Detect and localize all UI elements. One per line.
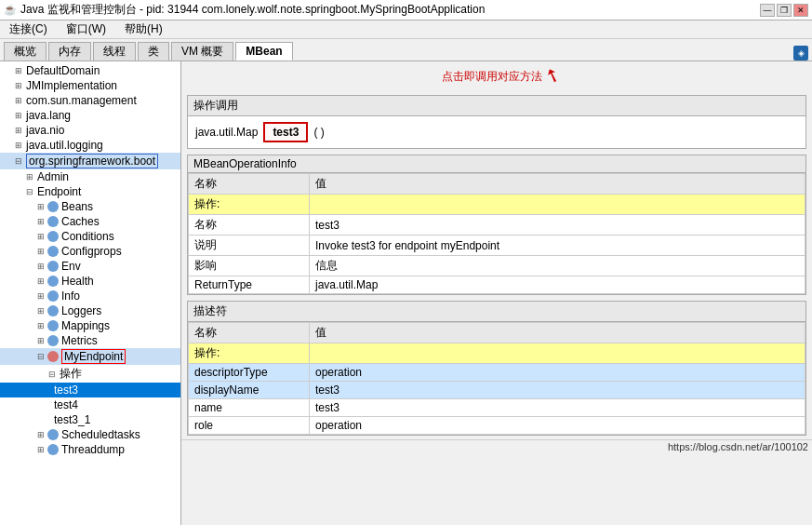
tree-item-health[interactable]: ⊞ Health xyxy=(0,274,180,289)
expand-icon: ⊞ xyxy=(35,429,47,440)
menu-help[interactable]: 帮助(H) xyxy=(119,21,168,37)
tree-label: Conditions xyxy=(61,230,114,243)
row-value: test3 xyxy=(310,215,805,236)
tree-item-springframework[interactable]: ⊟ org.springframework.boot xyxy=(0,153,180,169)
ops-section: 操作调用 java.util.Map test3 ( ) xyxy=(187,95,806,149)
row-value: java.util.Map xyxy=(310,276,805,294)
status-url: https://blog.csdn.net/ar/100102 xyxy=(668,441,808,452)
expand-icon: ⊟ xyxy=(24,186,35,197)
tree-item-test4[interactable]: test4 xyxy=(0,397,180,412)
main-layout: ⊞ DefaultDomain ⊞ JMImplementation ⊞ com… xyxy=(0,61,812,525)
tree-label: 操作 xyxy=(60,366,82,382)
gear-icon xyxy=(47,215,60,228)
tree-label: java.lang xyxy=(26,109,71,122)
ops-row: java.util.Map test3 ( ) xyxy=(188,116,805,148)
tree-label: com.sun.management xyxy=(26,94,137,107)
tree-item-caches[interactable]: ⊞ Caches xyxy=(0,214,180,229)
expand-icon: ⊞ xyxy=(13,110,24,121)
tree-item-threaddump[interactable]: ⊞ Threaddump xyxy=(0,442,180,457)
gear-icon xyxy=(47,260,60,273)
mbean-section: MBeanOperationInfo 名称 值 操作: 名称 test3 xyxy=(187,155,806,295)
close-button[interactable]: ✕ xyxy=(793,4,808,17)
tree-item-admin[interactable]: ⊞ Admin xyxy=(0,169,180,184)
expand-icon: ⊞ xyxy=(35,305,47,316)
tree-item-beans[interactable]: ⊞ Beans xyxy=(0,199,180,214)
tree-item-info[interactable]: ⊞ Info xyxy=(0,289,180,303)
row-name: descriptorType xyxy=(189,364,310,382)
row-name: 影响 xyxy=(189,256,310,276)
row-name: ReturnType xyxy=(189,276,310,294)
row-value: test3 xyxy=(310,399,805,417)
tab-vm-summary[interactable]: VM 概要 xyxy=(171,42,233,61)
row-name: role xyxy=(189,417,310,435)
tree-label: Beans xyxy=(61,200,93,213)
tree-item-ops[interactable]: ⊟ 操作 xyxy=(0,365,180,383)
tree-item-conditions[interactable]: ⊞ Conditions xyxy=(0,229,180,244)
tree-label: DefaultDomain xyxy=(26,64,100,77)
tree-item-scheduledtasks[interactable]: ⊞ Scheduledtasks xyxy=(0,427,180,442)
col-value-header: 值 xyxy=(310,174,805,195)
menu-connect[interactable]: 连接(C) xyxy=(4,21,53,37)
gear-icon xyxy=(47,350,60,363)
tree-label: org.springframework.boot xyxy=(26,154,158,168)
gear-icon xyxy=(47,275,60,288)
tree-item-mappings[interactable]: ⊞ Mappings xyxy=(0,318,180,333)
menu-window[interactable]: 窗口(W) xyxy=(60,21,112,37)
row-name: 操作: xyxy=(189,343,310,364)
tree-item-configprops[interactable]: ⊞ Configprops xyxy=(0,244,180,259)
tree-item-test3-1[interactable]: test3_1 xyxy=(0,412,180,427)
tree-item-java-util-logging[interactable]: ⊞ java.util.logging xyxy=(0,138,180,153)
tree-label: Loggers xyxy=(61,304,101,317)
test3-button[interactable]: test3 xyxy=(263,122,308,142)
ops-section-title: 操作调用 xyxy=(188,96,805,116)
table-row: 名称 test3 xyxy=(189,215,805,236)
expand-icon: ⊞ xyxy=(13,125,24,136)
tree-item-endpoint[interactable]: ⊟ Endpoint xyxy=(0,184,180,199)
tree-label: test3 xyxy=(54,384,78,397)
row-value: Invoke test3 for endpoint myEndpoint xyxy=(310,236,805,256)
tree-item-jmimplementation[interactable]: ⊞ JMImplementation xyxy=(0,78,180,93)
title-bar: ☕ Java 监视和管理控制台 - pid: 31944 com.lonely.… xyxy=(0,0,812,20)
tab-threads[interactable]: 线程 xyxy=(93,42,136,61)
tree-item-defaultdomain[interactable]: ⊞ DefaultDomain xyxy=(0,63,180,78)
table-row: 操作: xyxy=(189,343,805,364)
expand-icon: ⊞ xyxy=(35,216,47,227)
arrow-icon: ➘ xyxy=(540,63,563,89)
tab-overview[interactable]: 概览 xyxy=(4,42,47,61)
tree-item-java-nio[interactable]: ⊞ java.nio xyxy=(0,123,180,138)
gear-icon xyxy=(47,304,60,317)
expand-icon: ⊞ xyxy=(35,261,47,272)
paren: ( ) xyxy=(313,126,324,139)
gear-icon xyxy=(47,319,60,332)
restore-button[interactable]: ❐ xyxy=(777,4,792,17)
table-row: role operation xyxy=(189,417,805,435)
col-name-header: 名称 xyxy=(189,323,310,343)
return-type: java.util.Map xyxy=(195,126,258,139)
tree-item-env[interactable]: ⊞ Env xyxy=(0,259,180,274)
row-value xyxy=(310,195,805,215)
tab-bar: 概览 内存 线程 类 VM 概要 MBean ◈ xyxy=(0,39,812,61)
tree-item-loggers[interactable]: ⊞ Loggers xyxy=(0,303,180,318)
tab-classes[interactable]: 类 xyxy=(138,42,169,61)
tree-item-com-sun[interactable]: ⊞ com.sun.management xyxy=(0,93,180,108)
expand-icon: ⊞ xyxy=(13,80,24,91)
expand-icon: ⊞ xyxy=(35,276,47,287)
tree-item-myendpoint[interactable]: ⊟ MyEndpoint xyxy=(0,348,180,365)
tree-label: JMImplementation xyxy=(26,79,117,92)
tree-label: java.util.logging xyxy=(26,139,103,152)
expand-icon: ⊟ xyxy=(13,155,24,167)
row-name: 操作: xyxy=(189,195,310,215)
tree-item-test3[interactable]: test3 xyxy=(0,383,180,397)
row-value xyxy=(310,343,805,364)
mbean-table: 名称 值 操作: 名称 test3 说明 Invoke tes xyxy=(188,173,805,294)
tab-memory[interactable]: 内存 xyxy=(48,42,91,61)
tree-label: Health xyxy=(61,275,94,288)
tree-item-java-lang[interactable]: ⊞ java.lang xyxy=(0,108,180,123)
row-value: 信息 xyxy=(310,256,805,276)
tree-item-metrics[interactable]: ⊞ Metrics xyxy=(0,333,180,348)
tab-mbean[interactable]: MBean xyxy=(235,42,292,61)
expand-icon: ⊞ xyxy=(24,171,35,182)
minimize-button[interactable]: — xyxy=(760,4,775,17)
table-row: name test3 xyxy=(189,399,805,417)
tree-label: Info xyxy=(61,289,80,303)
